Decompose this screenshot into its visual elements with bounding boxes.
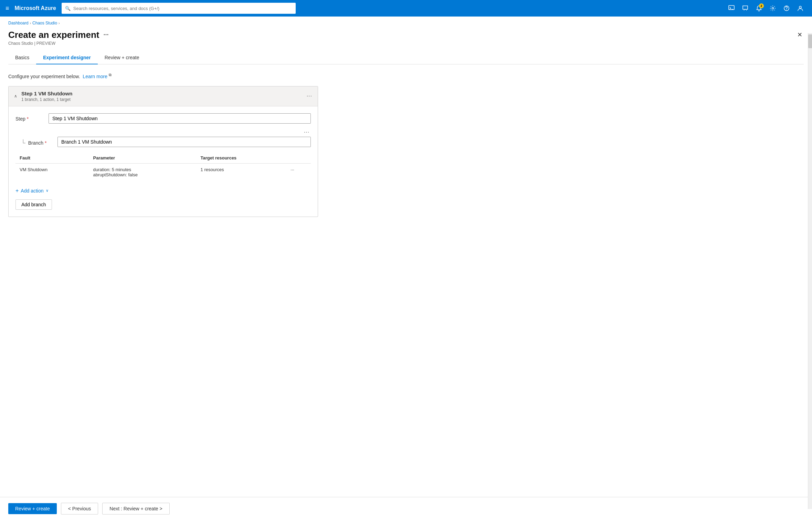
row-dots-cell[interactable]: ··· xyxy=(286,163,311,181)
svg-point-5 xyxy=(799,6,801,8)
branch-input[interactable] xyxy=(57,137,311,147)
previous-button[interactable]: < Previous xyxy=(61,503,98,514)
breadcrumb-chaos-studio[interactable]: Chaos Studio xyxy=(32,21,57,25)
step-input[interactable] xyxy=(49,113,311,124)
page-subtitle: Chaos Studio | PREVIEW xyxy=(8,41,108,46)
scrollbar-thumb[interactable] xyxy=(808,34,812,48)
notification-badge: 2 xyxy=(759,3,764,8)
learn-more-link[interactable]: Learn more xyxy=(83,74,107,79)
page-more-options[interactable]: ··· xyxy=(103,31,108,39)
external-link-icon: ⧉ xyxy=(109,73,112,77)
branch-connector-symbol: └ xyxy=(21,139,25,147)
svg-point-2 xyxy=(772,8,774,9)
hamburger-icon[interactable]: ≡ xyxy=(6,5,9,12)
search-icon: 🔍 xyxy=(65,6,71,11)
branch-required-indicator: * xyxy=(45,140,46,146)
step-card: ∧ Step 1 VM Shutdown 1 branch, 1 action,… xyxy=(8,86,318,217)
search-input[interactable] xyxy=(73,6,292,11)
account-icon[interactable] xyxy=(794,2,806,14)
fault-table: Fault Parameter Target resources VM Shut… xyxy=(15,153,311,181)
page-header: Create an experiment ··· Chaos Studio | … xyxy=(0,27,812,46)
tabs: Basics Experiment designer Review + crea… xyxy=(8,51,804,64)
tab-review-create[interactable]: Review + create xyxy=(98,51,146,64)
svg-rect-0 xyxy=(729,6,734,10)
target-resources-cell: 1 resources xyxy=(197,163,287,181)
configure-description: Configure your experiment below. xyxy=(8,74,80,79)
step-header-left: ∧ Step 1 VM Shutdown 1 branch, 1 action,… xyxy=(14,91,72,102)
breadcrumb-sep-2: › xyxy=(59,21,60,25)
step-title-group: Step 1 VM Shutdown 1 branch, 1 action, 1… xyxy=(21,91,72,102)
table-row: VM Shutdown duration: 5 minutes abruptSh… xyxy=(15,163,311,181)
add-action-chevron-icon: ∨ xyxy=(46,188,49,193)
branch-connector: └ Branch * xyxy=(21,137,52,147)
next-button[interactable]: Next : Review + create > xyxy=(102,503,169,514)
breadcrumb-sep-1: › xyxy=(30,21,31,25)
step-body: Step * ··· └ Branch xyxy=(9,106,318,217)
param-duration: duration: 5 minutes xyxy=(93,167,192,172)
page-container: Dashboard › Chaos Studio › Create an exp… xyxy=(0,17,812,520)
search-box[interactable]: 🔍 xyxy=(62,3,296,14)
notifications-icon[interactable]: 2 xyxy=(753,2,765,14)
step-collapse-icon[interactable]: ∧ xyxy=(14,94,17,98)
branch-dots-row: ··· xyxy=(15,129,311,135)
main-content: Dashboard › Chaos Studio › Create an exp… xyxy=(0,17,812,520)
parameter-cell: duration: 5 minutes abruptShutdown: fals… xyxy=(89,163,197,181)
branch-input-row: └ Branch * xyxy=(21,137,311,147)
close-button[interactable]: ✕ xyxy=(796,30,804,40)
tab-basics[interactable]: Basics xyxy=(8,51,36,64)
parameter-column-header: Parameter xyxy=(89,153,197,164)
topbar-icons: 2 xyxy=(725,2,806,14)
scrollbar-track[interactable] xyxy=(808,33,812,509)
add-action-label: Add action xyxy=(21,188,43,194)
step-subtitle: 1 branch, 1 action, 1 target xyxy=(21,97,72,102)
add-branch-button[interactable]: Add branch xyxy=(15,199,52,210)
fault-cell: VM Shutdown xyxy=(15,163,89,181)
step-required-indicator: * xyxy=(27,116,29,122)
target-resources-column-header: Target resources xyxy=(197,153,287,164)
step-header: ∧ Step 1 VM Shutdown 1 branch, 1 action,… xyxy=(9,86,318,106)
content-area: Configure your experiment below. Learn m… xyxy=(0,64,812,497)
step-more-options[interactable]: ··· xyxy=(307,93,312,99)
feedback-icon[interactable] xyxy=(739,2,751,14)
review-create-button[interactable]: Review + create xyxy=(8,503,57,514)
breadcrumb: Dashboard › Chaos Studio › xyxy=(0,17,812,27)
page-title-section: Create an experiment ··· Chaos Studio | … xyxy=(8,30,108,46)
fault-table-header-row: Fault Parameter Target resources xyxy=(15,153,311,164)
footer: Review + create < Previous Next : Review… xyxy=(0,497,812,520)
add-action-icon: + xyxy=(15,188,19,194)
branch-more-options[interactable]: ··· xyxy=(304,129,309,135)
fault-column-header: Fault xyxy=(15,153,89,164)
step-input-row: Step * xyxy=(15,113,311,124)
brand-label: Microsoft Azure xyxy=(15,5,56,11)
add-action-button[interactable]: + Add action ∨ xyxy=(15,186,311,195)
breadcrumb-dashboard[interactable]: Dashboard xyxy=(8,21,29,25)
step-label: Step * xyxy=(15,113,43,122)
svg-point-4 xyxy=(786,9,787,10)
page-title-text: Create an experiment xyxy=(8,30,99,40)
settings-icon[interactable] xyxy=(767,2,779,14)
branch-label: Branch * xyxy=(28,140,47,146)
topbar: ≡ Microsoft Azure 🔍 2 xyxy=(0,0,812,17)
tab-experiment-designer[interactable]: Experiment designer xyxy=(36,51,98,64)
page-title: Create an experiment ··· xyxy=(8,30,108,40)
param-abrupt-shutdown: abruptShutdown: false xyxy=(93,172,192,177)
terminal-icon[interactable] xyxy=(725,2,738,14)
step-title: Step 1 VM Shutdown xyxy=(21,91,72,96)
row-actions-column-header xyxy=(286,153,311,164)
help-icon[interactable] xyxy=(780,2,793,14)
configure-text: Configure your experiment below. Learn m… xyxy=(8,73,804,79)
